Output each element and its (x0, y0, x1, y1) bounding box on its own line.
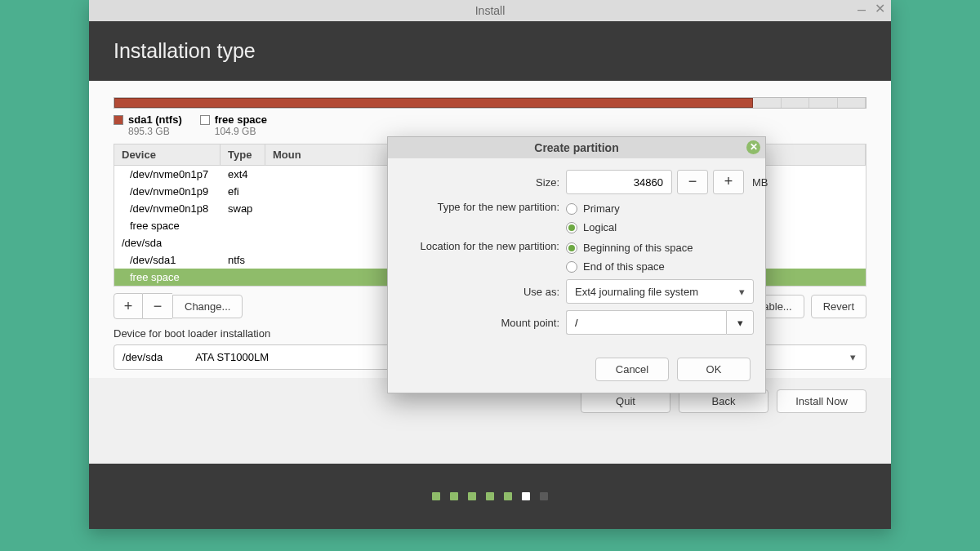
dialog-title-label: Create partition (534, 141, 618, 154)
remove-partition-button[interactable]: − (143, 293, 172, 319)
useas-value: Ext4 journaling file system (575, 286, 698, 298)
legend-item: free space 104.9 GB (200, 113, 267, 137)
radio-logical[interactable]: Logical (566, 221, 751, 233)
disk-usage-bar (114, 97, 866, 109)
step-dot-icon (522, 492, 530, 500)
radio-label: End of this space (583, 260, 665, 273)
legend-size: 104.9 GB (215, 126, 267, 137)
radio-label: Primary (583, 202, 620, 215)
radio-label: Beginning of this space (583, 242, 693, 254)
radio-icon (566, 261, 577, 273)
change-partition-button[interactable]: Change... (172, 295, 243, 318)
cell-type (220, 234, 265, 251)
install-now-button[interactable]: Install Now (777, 389, 866, 413)
size-input[interactable] (566, 170, 672, 194)
col-device: Device (114, 144, 220, 165)
cell-type: efi (220, 183, 265, 200)
page-title: Installation type (114, 39, 256, 63)
useas-select[interactable]: Ext4 journaling file system (566, 279, 754, 304)
step-dot-icon (540, 492, 548, 500)
legend-label: sda1 (ntfs) (128, 113, 182, 126)
radio-icon (566, 203, 577, 215)
radio-icon (566, 242, 577, 254)
disk-legend: sda1 (ntfs) 895.3 GB free space 104.9 GB (114, 113, 866, 137)
cell-device: /dev/sda (114, 234, 220, 251)
revert-button[interactable]: Revert (811, 295, 866, 318)
cancel-button[interactable]: Cancel (595, 358, 669, 381)
cell-device: /dev/sda1 (114, 251, 220, 269)
size-label: Size: (396, 176, 559, 189)
mount-dropdown-button[interactable]: ▾ (726, 310, 754, 335)
close-icon[interactable]: ✕ (873, 3, 886, 16)
step-dot-icon (486, 492, 494, 500)
legend-item: sda1 (ntfs) 895.3 GB (114, 113, 182, 137)
size-increment-button[interactable]: + (713, 170, 744, 194)
size-unit: MB (752, 176, 768, 189)
window-title: Install (475, 4, 506, 17)
create-partition-dialog: Create partition ✕ Size: − + MB Type for… (387, 136, 766, 393)
disk-seg-used (114, 98, 753, 108)
radio-end[interactable]: End of this space (566, 260, 751, 273)
useas-label: Use as: (396, 286, 559, 298)
progress-dots (89, 464, 891, 529)
cell-type (220, 217, 265, 234)
radio-primary[interactable]: Primary (566, 202, 751, 215)
cell-type: ntfs (220, 251, 265, 269)
cell-device: free space (114, 269, 220, 286)
location-label: Location for the new partition: (396, 240, 559, 252)
type-label: Type for the new partition: (396, 201, 559, 213)
minimize-icon[interactable]: – (855, 3, 868, 16)
ok-button[interactable]: OK (677, 358, 751, 381)
mount-input[interactable] (566, 310, 726, 335)
add-partition-button[interactable]: + (114, 293, 143, 319)
radio-label: Logical (583, 221, 617, 233)
titlebar: Install – ✕ (89, 0, 891, 21)
cell-device: free space (114, 217, 220, 234)
dialog-title: Create partition ✕ (388, 137, 765, 158)
cell-device: /dev/nvme0n1p7 (114, 166, 220, 183)
cell-type (220, 269, 265, 286)
disk-seg-free (753, 98, 866, 108)
swatch-icon (114, 115, 123, 125)
dialog-close-icon[interactable]: ✕ (746, 140, 760, 154)
legend-size: 895.3 GB (128, 126, 182, 137)
step-dot-icon (504, 492, 512, 500)
cell-device: /dev/nvme0n1p8 (114, 200, 220, 217)
bootloader-device: /dev/sda (122, 351, 163, 363)
cell-type: swap (220, 200, 265, 217)
legend-label: free space (215, 113, 267, 126)
step-dot-icon (450, 492, 458, 500)
size-decrement-button[interactable]: − (677, 170, 708, 194)
mount-label: Mount point: (396, 317, 559, 329)
col-type: Type (220, 144, 265, 165)
radio-beginning[interactable]: Beginning of this space (566, 242, 751, 254)
bootloader-desc: ATA ST1000LM (195, 351, 269, 363)
step-dot-icon (468, 492, 476, 500)
swatch-icon (200, 115, 210, 125)
chevron-down-icon: ▾ (737, 317, 743, 329)
step-dot-icon (432, 492, 440, 500)
hero-banner: Installation type (89, 21, 891, 81)
radio-icon (566, 222, 577, 233)
cell-type: ext4 (220, 166, 265, 183)
cell-device: /dev/nvme0n1p9 (114, 183, 220, 200)
